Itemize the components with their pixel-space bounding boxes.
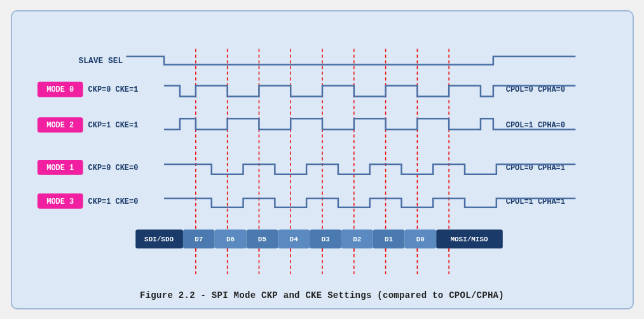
mode1-label: MODE 1 (46, 163, 74, 172)
mode0-label: MODE 0 (46, 85, 74, 94)
mode2-ckp: CKP=1 CKE=1 (88, 121, 138, 130)
mode3-ckp: CKP=1 CKE=0 (88, 197, 138, 206)
mode0-ckp: CKP=0 CKE=1 (88, 85, 138, 94)
sdi-label: SDI/SDO (144, 236, 174, 243)
mode1-ckp: CKP=0 CKE=0 (88, 163, 138, 172)
mode3-label: MODE 3 (46, 197, 74, 206)
bit-d5: D5 (257, 236, 266, 243)
slave-sel-label: SLAVE SEL (78, 55, 123, 65)
mosi-label: MOSI/MISO (450, 236, 488, 243)
outer-container: text { font-family: 'Courier New', Couri… (11, 10, 634, 309)
bit-d4: D4 (289, 236, 298, 243)
bit-d6: D6 (226, 236, 235, 243)
figure-caption: Figure 2.2 - SPI Mode CKP and CKE Settin… (140, 290, 504, 301)
bit-d3: D3 (321, 236, 330, 243)
bit-d1: D1 (384, 236, 393, 243)
bit-d2: D2 (353, 236, 361, 243)
mode0-cpol: CPOL=0 CPHA=0 (505, 85, 565, 94)
mode2-label: MODE 2 (46, 121, 74, 130)
diagram-area: text { font-family: 'Courier New', Couri… (25, 23, 620, 284)
bit-d0: D0 (416, 236, 424, 243)
timing-diagram: text { font-family: 'Courier New', Couri… (25, 23, 620, 284)
bit-d7: D7 (195, 236, 203, 243)
